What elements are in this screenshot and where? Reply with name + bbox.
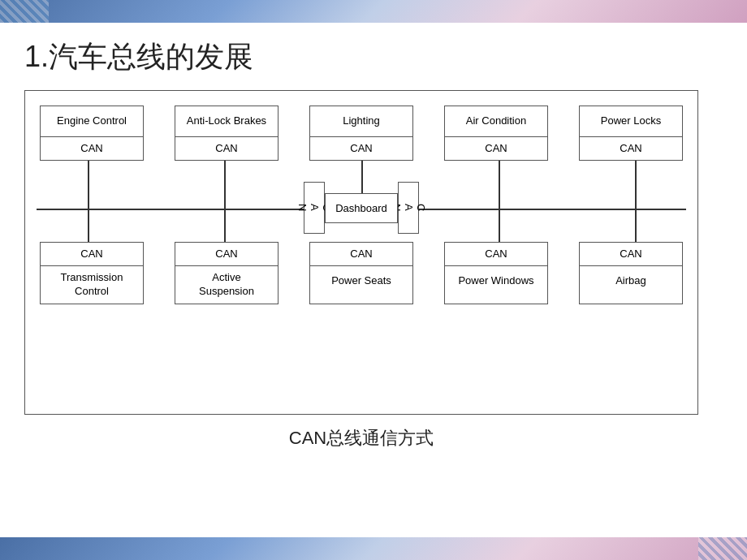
powerwindows-label: Power Windows [445,265,547,296]
bottom-decorative-bar [0,537,747,560]
top-nodes-row: Engine Control CAN Anti-Lock Brakes CAN … [37,106,686,161]
page-title: 1.汽车总线的发展 [24,37,253,77]
airbag-can: CAN [580,243,682,265]
top-node-antilock: Anti-Lock Brakes CAN [175,106,279,161]
top-node-aircondition: Air Condition CAN [444,106,548,161]
bottom-node-suspension: CAN Active Suspension [175,242,279,304]
bottom-node-transmission: CAN Transmission Control [40,242,144,304]
bottom-nodes-row: CAN Transmission Control CAN Active Susp… [37,242,686,304]
bottom-node-airbag: CAN Airbag [579,242,683,304]
top-node-powerlocks: Power Locks CAN [579,106,683,161]
dashboard-label: Dashboard [335,202,387,214]
lighting-label: Lighting [310,106,412,137]
airbag-label: Airbag [580,265,682,296]
aircondition-label: Air Condition [445,106,547,137]
suspension-can: CAN [175,243,278,265]
dashboard-can-left: CAN [304,182,325,234]
bottom-bar-pattern [698,537,747,560]
aircondition-can: CAN [445,137,547,160]
dashboard-group: CAN Dashboard CAN [304,182,419,234]
bus-area: CAN Dashboard CAN [37,161,686,242]
bottom-node-powerseats: CAN Power Seats [309,242,413,304]
antilock-can: CAN [175,137,278,160]
engine-can: CAN [41,137,143,160]
powerseats-can: CAN [310,243,412,265]
main-content: 1.汽车总线的发展 Engine Control CAN Anti-Lock B… [0,23,747,537]
engine-control-label: Engine Control [41,106,143,137]
lighting-can: CAN [310,137,412,160]
dashboard-can-right: CAN [398,182,419,234]
suspension-label: Active Suspension [175,265,278,304]
transmission-can: CAN [41,243,143,265]
caption: CAN总线通信方式 [24,426,698,450]
powerlocks-can: CAN [580,137,682,160]
top-decorative-bar [0,0,747,23]
top-bar-pattern [0,0,49,23]
bottom-node-powerwindows: CAN Power Windows [444,242,548,304]
powerlocks-label: Power Locks [580,106,682,137]
powerseats-label: Power Seats [310,265,412,296]
transmission-label: Transmission Control [41,265,143,304]
top-node-engine: Engine Control CAN [40,106,144,161]
antilock-label: Anti-Lock Brakes [175,106,278,137]
powerwindows-can: CAN [445,243,547,265]
top-node-lighting: Lighting CAN [309,106,413,161]
diagram-container: Engine Control CAN Anti-Lock Brakes CAN … [24,90,698,415]
dashboard-box: Dashboard [325,193,398,223]
